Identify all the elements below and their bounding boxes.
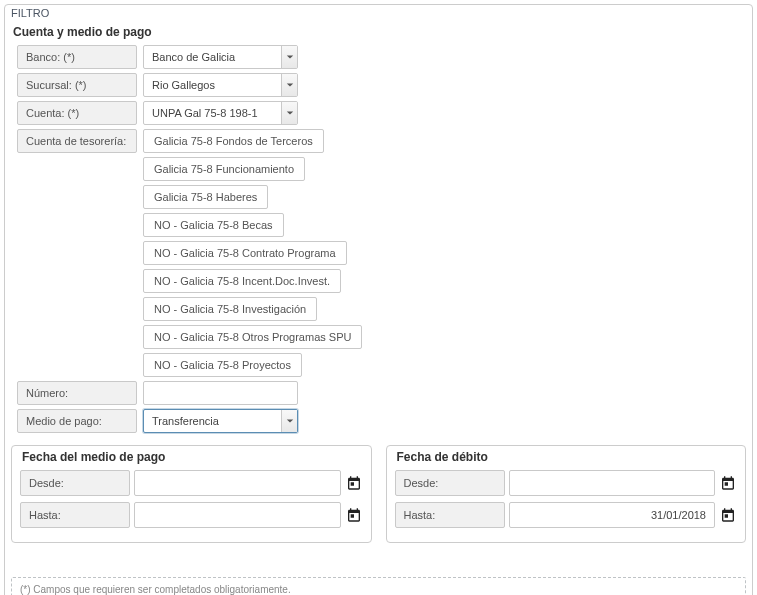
tesoreria-item[interactable]: NO - Galicia 75-8 Investigación [143,297,317,321]
chevron-down-icon [281,102,297,124]
row-fd-hasta: Hasta: [395,502,738,528]
row-medio: Medio de pago: Transferencia [11,409,746,433]
row-fm-hasta: Hasta: [20,502,363,528]
section-title-fecha-debito: Fecha de débito [395,446,738,470]
date-sections: Fecha del medio de pago Desde: Hasta: Fe… [11,445,746,543]
sucursal-select[interactable]: Rio Gallegos [143,73,298,97]
sucursal-value: Rio Gallegos [152,74,281,96]
tesoreria-item[interactable]: NO - Galicia 75-8 Incent.Doc.Invest. [143,269,341,293]
fd-desde-label: Desde: [395,470,505,496]
banco-label: Banco: (*) [17,45,137,69]
calendar-icon[interactable] [719,506,737,524]
row-cuenta: Cuenta: (*) UNPA Gal 75-8 198-1 [11,101,746,125]
banco-value: Banco de Galicia [152,46,281,68]
row-numero: Número: [11,381,746,405]
cuenta-label: Cuenta: (*) [17,101,137,125]
tesoreria-list: Galicia 75-8 Fondos de TercerosGalicia 7… [143,129,362,377]
numero-input[interactable] [143,381,298,405]
fm-desde-label: Desde: [20,470,130,496]
filter-title: FILTRO [11,5,746,19]
tesoreria-item[interactable]: NO - Galicia 75-8 Contrato Programa [143,241,347,265]
fd-hasta-label: Hasta: [395,502,505,528]
calendar-icon[interactable] [345,506,363,524]
row-banco: Banco: (*) Banco de Galicia [11,45,746,69]
chevron-down-icon [281,46,297,68]
row-fm-desde: Desde: [20,470,363,496]
tesoreria-item[interactable]: NO - Galicia 75-8 Otros Programas SPU [143,325,362,349]
tesoreria-item[interactable]: Galicia 75-8 Haberes [143,185,268,209]
section-title-cuenta: Cuenta y medio de pago [11,21,746,45]
cuenta-select[interactable]: UNPA Gal 75-8 198-1 [143,101,298,125]
cuenta-value: UNPA Gal 75-8 198-1 [152,102,281,124]
tesoreria-item[interactable]: Galicia 75-8 Funcionamiento [143,157,305,181]
section-cuenta: Cuenta y medio de pago Banco: (*) Banco … [11,21,746,433]
medio-value: Transferencia [152,410,281,432]
chevron-down-icon [281,74,297,96]
medio-label: Medio de pago: [17,409,137,433]
calendar-icon[interactable] [719,474,737,492]
fd-hasta-input[interactable] [509,502,716,528]
fm-hasta-label: Hasta: [20,502,130,528]
chevron-down-icon [281,410,297,432]
tesoreria-item[interactable]: NO - Galicia 75-8 Proyectos [143,353,302,377]
fm-desde-input[interactable] [134,470,341,496]
row-tesoreria: Cuenta de tesorería: Galicia 75-8 Fondos… [11,129,746,377]
section-title-fecha-medio: Fecha del medio de pago [20,446,363,470]
fm-hasta-input[interactable] [134,502,341,528]
row-sucursal: Sucursal: (*) Rio Gallegos [11,73,746,97]
required-footnote: (*) Campos que requieren ser completados… [11,577,746,595]
numero-label: Número: [17,381,137,405]
tesoreria-item[interactable]: NO - Galicia 75-8 Becas [143,213,284,237]
section-fecha-medio: Fecha del medio de pago Desde: Hasta: [11,445,372,543]
filter-panel: FILTRO Cuenta y medio de pago Banco: (*)… [4,4,753,595]
medio-select[interactable]: Transferencia [143,409,298,433]
row-fd-desde: Desde: [395,470,738,496]
tesoreria-item[interactable]: Galicia 75-8 Fondos de Terceros [143,129,324,153]
sucursal-label: Sucursal: (*) [17,73,137,97]
banco-select[interactable]: Banco de Galicia [143,45,298,69]
fd-desde-input[interactable] [509,470,716,496]
tesoreria-label: Cuenta de tesorería: [17,129,137,153]
calendar-icon[interactable] [345,474,363,492]
section-fecha-debito: Fecha de débito Desde: Hasta: [386,445,747,543]
